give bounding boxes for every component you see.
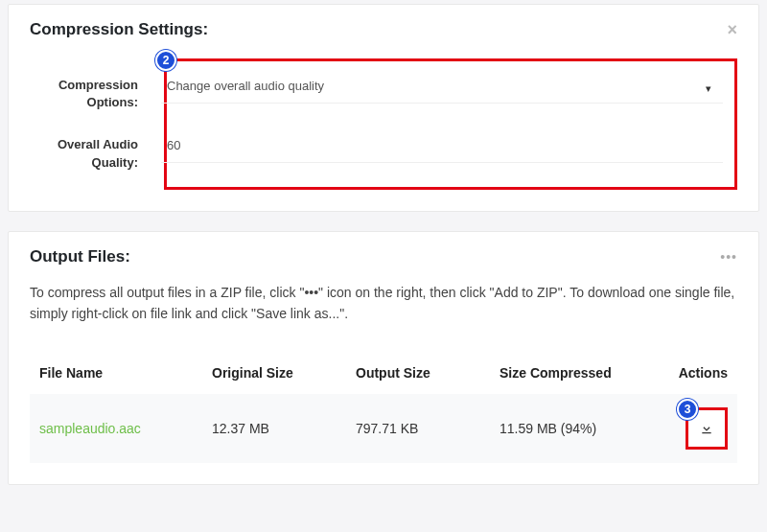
step-badge-3: 3 xyxy=(677,399,698,420)
row-compression-options: Compression Options: Change overall audi… xyxy=(171,69,731,111)
compression-options-select[interactable]: Change overall audio quality xyxy=(161,69,723,104)
file-link[interactable]: sampleaudio.aac xyxy=(39,421,141,436)
compression-options-label: Compression Options: xyxy=(36,69,151,111)
table-header: File Name Original Size Output Size Size… xyxy=(30,352,737,394)
output-body: To compress all output files in a ZIP fi… xyxy=(9,276,758,484)
compression-settings-panel: Compression Settings: × 2 Compression Op… xyxy=(8,4,759,212)
compression-options-field-wrap: Change overall audio quality ▾ xyxy=(151,69,731,104)
download-icon[interactable] xyxy=(699,421,714,436)
audio-quality-field-wrap xyxy=(151,128,731,163)
output-help-text: To compress all output files in a ZIP fi… xyxy=(30,282,737,325)
table-row: sampleaudio.aac 12.37 MB 797.71 KB 11.59… xyxy=(30,394,737,463)
cell-original-size: 12.37 MB xyxy=(212,421,356,436)
th-output-size: Output Size xyxy=(356,365,500,381)
cell-actions: 3 xyxy=(651,407,728,450)
step-badge-2: 2 xyxy=(155,50,176,71)
th-file-name: File Name xyxy=(39,365,212,381)
close-icon[interactable]: × xyxy=(727,21,737,38)
compression-header: Compression Settings: × xyxy=(9,5,758,49)
audio-quality-label: Overall Audio Quality: xyxy=(36,128,151,171)
output-title: Output Files: xyxy=(30,247,130,266)
th-size-compressed: Size Compressed xyxy=(500,365,651,381)
cell-output-size: 797.71 KB xyxy=(356,421,500,436)
highlight-step-2: 2 Compression Options: Change overall au… xyxy=(164,58,737,190)
output-header: Output Files: ••• xyxy=(9,232,758,276)
compression-form: 2 Compression Options: Change overall au… xyxy=(9,49,758,211)
highlight-step-3: 3 xyxy=(686,407,728,450)
row-audio-quality: Overall Audio Quality: xyxy=(171,128,731,171)
output-files-panel: Output Files: ••• To compress all output… xyxy=(8,231,759,485)
compression-title: Compression Settings: xyxy=(30,20,208,39)
th-actions: Actions xyxy=(651,365,728,381)
th-original-size: Original Size xyxy=(212,365,356,381)
cell-size-compressed: 11.59 MB (94%) xyxy=(500,421,651,436)
output-table: File Name Original Size Output Size Size… xyxy=(30,352,737,463)
more-icon[interactable]: ••• xyxy=(720,249,737,265)
audio-quality-input[interactable] xyxy=(161,128,723,163)
